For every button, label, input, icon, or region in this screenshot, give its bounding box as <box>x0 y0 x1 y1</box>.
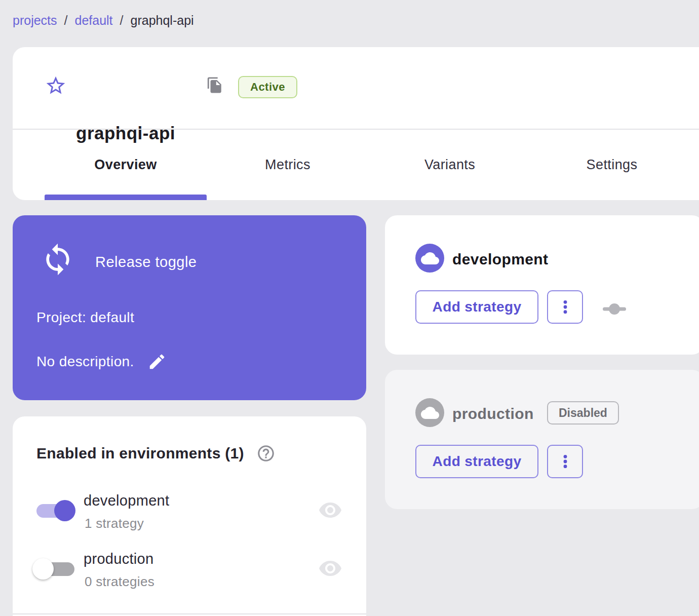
environment-name: production <box>452 405 534 422</box>
environment-row-strategies: 0 strategies <box>85 574 154 590</box>
active-tab-indicator <box>45 195 207 200</box>
enabled-environments-title: Enabled in environments (1) <box>36 445 244 462</box>
breadcrumb-projects-link[interactable]: projects <box>13 13 57 28</box>
environment-name: development <box>452 251 548 268</box>
environment-row-name: development <box>84 492 169 509</box>
tab-settings[interactable]: Settings <box>531 130 693 200</box>
add-strategy-button[interactable]: Add strategy <box>415 290 538 324</box>
feature-type-label: Release toggle <box>95 254 197 271</box>
environment-row-name: production <box>84 551 153 567</box>
breadcrumb-separator: / <box>64 13 68 28</box>
tab-bar: Overview Metrics Variants Settings <box>45 130 693 200</box>
disabled-badge: Disabled <box>547 401 619 425</box>
feature-page: { "breadcrumb": { "separator": "/", "ite… <box>0 0 699 616</box>
environment-card-production: production Disabled Add strategy <box>385 370 699 509</box>
kebab-menu-icon[interactable] <box>547 290 583 324</box>
sync-loop-icon <box>41 242 75 277</box>
toggle-thumb <box>32 558 54 580</box>
breadcrumb: projects / default / graphql-api <box>13 13 194 28</box>
favorite-star-icon[interactable] <box>45 74 67 97</box>
breadcrumb-current-feature: graphql-api <box>131 13 194 28</box>
toggle-thumb <box>54 500 75 521</box>
breadcrumb-separator: / <box>120 13 124 28</box>
environment-toggle-development[interactable] <box>36 504 74 518</box>
feature-description: No description. <box>36 354 134 370</box>
tab-overview[interactable]: Overview <box>45 130 207 200</box>
feature-project-label: Project: default <box>36 310 134 326</box>
enabled-environments-header: Enabled in environments (1) <box>36 444 276 463</box>
tab-variants[interactable]: Variants <box>369 130 531 200</box>
enabled-environments-panel: Enabled in environments (1) development … <box>13 416 366 616</box>
feature-description-row: No description. <box>36 352 167 371</box>
slider-handle-icon[interactable] <box>603 303 626 315</box>
environment-toggle-production[interactable] <box>36 562 74 576</box>
panel-divider <box>13 613 366 614</box>
breadcrumb-project-link[interactable]: default <box>75 13 113 28</box>
feature-type-card: Release toggle Project: default No descr… <box>13 215 366 400</box>
feature-header-card: graphql-api Active Overview Metrics Vari… <box>13 47 699 200</box>
copy-icon[interactable] <box>206 76 223 94</box>
environment-row-strategies: 1 strategy <box>85 516 144 531</box>
status-badge: Active <box>238 76 297 98</box>
add-strategy-button[interactable]: Add strategy <box>415 445 538 478</box>
environment-card-development: development Add strategy <box>385 215 699 355</box>
cloud-icon <box>415 398 444 427</box>
tab-metrics[interactable]: Metrics <box>207 130 369 200</box>
edit-description-pencil-icon[interactable] <box>147 352 167 371</box>
kebab-menu-icon[interactable] <box>547 445 583 478</box>
eye-icon[interactable] <box>318 498 342 522</box>
cloud-icon <box>415 244 444 273</box>
question-circle-icon[interactable] <box>256 444 276 463</box>
eye-icon[interactable] <box>318 556 342 581</box>
